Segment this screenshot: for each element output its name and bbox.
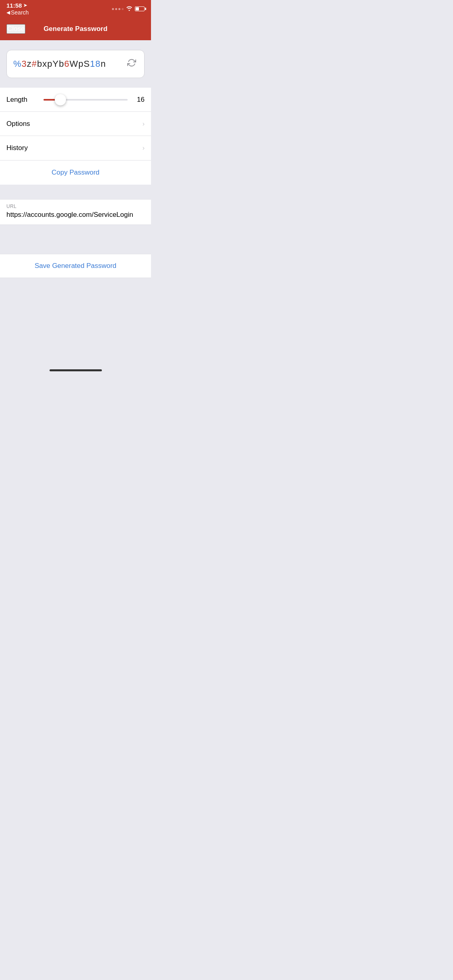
pw-segment-z: z (27, 59, 32, 69)
pw-segment-6: 6 (64, 59, 69, 69)
refresh-password-button[interactable] (126, 57, 138, 71)
history-row[interactable]: History › (0, 136, 151, 160)
status-time: 11:58 ➤ (6, 2, 29, 9)
length-label: Length (6, 96, 39, 104)
copy-password-button[interactable]: Copy Password (0, 161, 151, 185)
close-button[interactable]: Close (6, 24, 25, 34)
pw-segment-hash: # (32, 59, 37, 69)
signal-icon (112, 8, 124, 10)
password-section: %3z#bxpYb6WpS18n (0, 40, 151, 84)
pw-segment-3: 3 (22, 59, 27, 69)
home-indicator (50, 369, 102, 371)
pw-segment-WpS: WpS (70, 59, 90, 69)
pw-segment-percent: % (13, 59, 22, 69)
bottom-area (0, 278, 151, 379)
separator-1 (0, 185, 151, 199)
password-display-box: %3z#bxpYb6WpS18n (6, 50, 145, 78)
length-value: 16 (132, 96, 145, 104)
location-icon: ➤ (23, 3, 27, 8)
length-slider-container (43, 99, 128, 101)
wifi-icon (126, 6, 132, 12)
time-display: 11:58 (6, 2, 22, 9)
pw-segment-18: 18 (90, 59, 100, 69)
status-bar: 11:58 ➤ ◀ Search (0, 0, 151, 18)
battery-icon (135, 6, 145, 11)
pw-segment-n: n (101, 59, 106, 69)
pw-segment-bxpYb: bxpYb (37, 59, 64, 69)
history-label: History (6, 144, 143, 152)
chevron-right-icon-2: › (143, 144, 145, 152)
back-label: Search (11, 9, 29, 16)
nav-bar: Close Generate Password (0, 18, 151, 40)
status-right (112, 6, 145, 12)
status-left: 11:58 ➤ ◀ Search (6, 2, 29, 16)
generated-password: %3z#bxpYb6WpS18n (13, 59, 126, 69)
options-row[interactable]: Options › (0, 112, 151, 136)
back-nav[interactable]: ◀ Search (6, 9, 29, 16)
back-arrow-icon: ◀ (6, 10, 10, 15)
length-row: Length 16 (0, 88, 151, 112)
copy-password-label: Copy Password (52, 169, 99, 177)
settings-section: Length 16 Options › History › Copy Passw… (0, 88, 151, 185)
chevron-right-icon: › (143, 120, 145, 128)
url-field-label: URL (6, 204, 145, 209)
save-password-label: Save Generated Password (35, 262, 116, 270)
save-generated-password-button[interactable]: Save Generated Password (0, 254, 151, 278)
url-section: URL https://accounts.google.com/ServiceL… (0, 199, 151, 225)
separator-2 (0, 225, 151, 239)
content-area: %3z#bxpYb6WpS18n Length 16 (0, 40, 151, 379)
url-field-value: https://accounts.google.com/ServiceLogin (6, 211, 145, 219)
page-title: Generate Password (43, 25, 108, 33)
save-section: Save Generated Password (0, 254, 151, 278)
options-label: Options (6, 120, 143, 128)
